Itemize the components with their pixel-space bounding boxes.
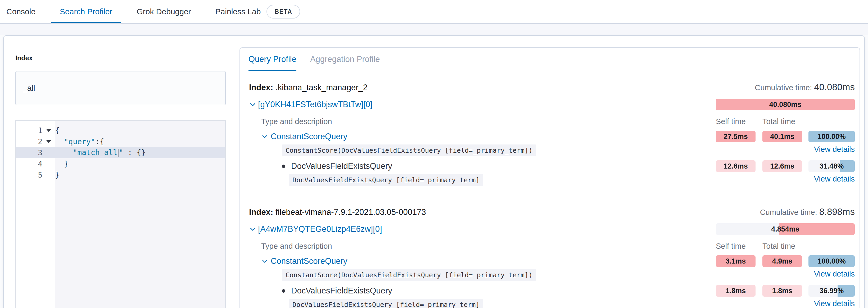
query-description: ConstantScore(DocValuesFieldExistsQuery …: [282, 269, 536, 281]
tab-console[interactable]: Console: [6, 0, 35, 23]
cumulative-time: Cumulative time:8.898ms: [760, 206, 855, 217]
chevron-down-icon: [261, 133, 268, 140]
fold-toggle-icon[interactable]: [42, 140, 55, 143]
code-string: "query": [64, 137, 95, 146]
query-row: ConstantScoreQuery 27.5ms 40.1ms 100.00%: [249, 131, 855, 142]
editor-line-5: 5 }: [16, 170, 225, 181]
percent-badge: 36.99%: [808, 285, 855, 297]
devtools-top-nav: Console Search Profiler Grok Debugger Pa…: [0, 0, 868, 24]
type-description-header: Type and description: [261, 242, 332, 251]
index-name: filebeat-vimana-7.9.1-2021.03.05-000173: [276, 208, 426, 217]
line-number: 3: [16, 149, 42, 157]
tab-painless-lab[interactable]: Painless Lab BETA: [215, 0, 300, 23]
tab-aggregation-profile[interactable]: Aggregation Profile: [310, 48, 380, 71]
tab-grok-debugger[interactable]: Grok Debugger: [137, 0, 191, 23]
tab-search-profiler[interactable]: Search Profiler: [60, 0, 112, 23]
total-time-badge: 40.1ms: [763, 131, 802, 142]
query-row: DocValuesFieldExistsQuery 1.8ms 1.8ms 36…: [249, 285, 855, 297]
shard-toggle-link[interactable]: [gY0KH41FSTet6bjswTBtTw][0]: [249, 100, 372, 109]
chevron-down-icon: [261, 258, 268, 265]
bullet-icon: [282, 289, 285, 292]
shard-time-bar: 4.854ms: [716, 223, 855, 235]
self-time-header: Self time: [716, 117, 755, 126]
profile-tabs: Query Profile Aggregation Profile: [240, 48, 860, 71]
query-description: DocValuesFieldExistsQuery [field=_primar…: [289, 299, 483, 308]
line-number: 1: [16, 126, 42, 135]
code-text: :{: [95, 137, 104, 146]
tab-painless-lab-label: Painless Lab: [215, 7, 261, 16]
code-text: {: [55, 126, 60, 135]
chevron-down-icon: [249, 225, 256, 233]
query-leaf: DocValuesFieldExistsQuery: [282, 161, 392, 171]
total-time-header: Total time: [763, 117, 802, 126]
index-field-label: Index: [16, 54, 226, 62]
editor-line-4: 4 }: [16, 158, 225, 170]
editor-line-1: 1 {: [16, 125, 225, 136]
code-text: [55, 148, 73, 157]
query-description: ConstantScore(DocValuesFieldExistsQuery …: [282, 145, 536, 156]
editor-lines: 1 { 2 "query":{ 3 "match_all" : {} 4: [16, 121, 225, 181]
beta-badge: BETA: [267, 5, 300, 19]
code-string: ": [119, 148, 123, 157]
query-leaf: DocValuesFieldExistsQuery: [282, 286, 392, 296]
code-text: }: [55, 171, 60, 179]
total-time-badge: 1.8ms: [763, 285, 802, 297]
index-title: Index: filebeat-vimana-7.9.1-2021.03.05-…: [249, 208, 426, 217]
text-cursor: [118, 149, 119, 157]
self-time-badge: 12.6ms: [716, 160, 755, 172]
code-text: : {}: [123, 148, 146, 157]
total-time-badge: 12.6ms: [763, 160, 802, 172]
page-background-band: [0, 24, 868, 35]
total-time-badge: 4.9ms: [763, 255, 802, 267]
percent-badge: 31.48%: [808, 160, 855, 172]
query-row: ConstantScoreQuery 3.1ms 4.9ms 100.00%: [249, 255, 855, 267]
view-details-link[interactable]: View details: [814, 299, 855, 308]
query-expand-link[interactable]: ConstantScoreQuery: [261, 256, 347, 266]
index-name: .kibana_task_manager_2: [276, 83, 368, 92]
line-number: 2: [16, 137, 42, 146]
tab-console-label: Console: [6, 7, 35, 16]
query-row: DocValuesFieldExistsQuery 12.6ms 12.6ms …: [249, 160, 855, 172]
profile-content: Index: .kibana_task_manager_2 Cumulative…: [240, 71, 860, 308]
percent-badge: 100.00%: [808, 131, 855, 142]
index-section: Index: filebeat-vimana-7.9.1-2021.03.05-…: [249, 194, 855, 308]
bullet-icon: [282, 164, 285, 168]
shard-toggle-link[interactable]: [A4wM7BYQTEGe0Lizp4E6zw][0]: [249, 224, 382, 234]
tab-query-profile[interactable]: Query Profile: [248, 48, 297, 71]
view-details-link[interactable]: View details: [814, 270, 855, 278]
percent-badge: 100.00%: [808, 255, 855, 267]
self-time-badge: 27.5ms: [716, 131, 755, 142]
type-description-header: Type and description: [261, 117, 332, 126]
editor-line-3-active: 3 "match_all" : {}: [16, 147, 225, 158]
line-number: 4: [16, 159, 42, 168]
shard-time-bar: 40.080ms: [716, 99, 855, 110]
view-details-link[interactable]: View details: [814, 175, 855, 183]
query-json-editor[interactable]: 1 { 2 "query":{ 3 "match_all" : {} 4: [16, 120, 226, 308]
view-details-link[interactable]: View details: [814, 145, 855, 154]
query-editor-column: Index 1 { 2 "query":{ 3 "matc: [16, 48, 226, 308]
index-title: Index: .kibana_task_manager_2: [249, 83, 368, 92]
editor-line-2: 2 "query":{: [16, 136, 225, 147]
query-description: DocValuesFieldExistsQuery [field=_primar…: [289, 174, 483, 186]
search-profiler-card: Index 1 { 2 "query":{ 3 "matc: [3, 35, 865, 308]
fold-toggle-icon[interactable]: [42, 129, 55, 132]
tab-search-profiler-label: Search Profiler: [60, 7, 112, 16]
code-text: }: [55, 159, 68, 168]
self-time-badge: 3.1ms: [716, 255, 755, 267]
chevron-down-icon: [249, 101, 256, 108]
index-input[interactable]: [16, 71, 226, 105]
self-time-header: Self time: [716, 242, 755, 251]
index-section: Index: .kibana_task_manager_2 Cumulative…: [249, 82, 855, 186]
code-string: "match_all: [73, 148, 118, 157]
code-text: [55, 137, 64, 146]
self-time-badge: 1.8ms: [716, 285, 755, 297]
profile-results-panel: Query Profile Aggregation Profile Index:…: [240, 48, 860, 308]
line-number: 5: [16, 171, 42, 179]
cumulative-time: Cumulative time:40.080ms: [755, 82, 855, 92]
query-expand-link[interactable]: ConstantScoreQuery: [261, 132, 347, 141]
total-time-header: Total time: [763, 242, 802, 251]
tab-grok-debugger-label: Grok Debugger: [137, 7, 191, 16]
